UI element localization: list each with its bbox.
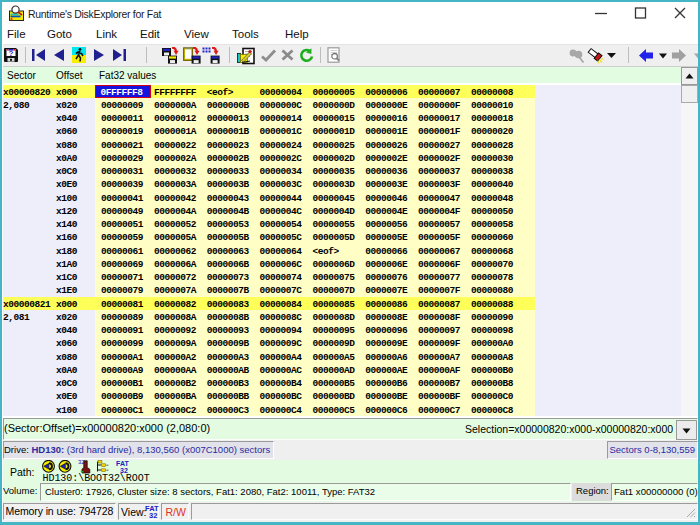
svg-text:FAT: FAT [116, 460, 129, 467]
svg-text:?: ? [9, 49, 14, 58]
